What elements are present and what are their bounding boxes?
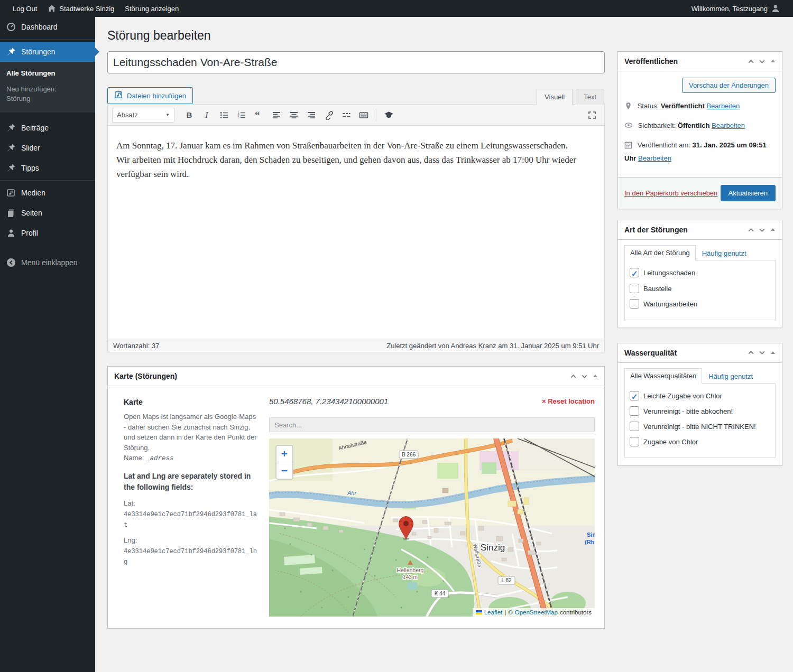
sidebar-item-dashboard[interactable]: Dashboard: [0, 17, 95, 37]
tab-all-stoerungsarten[interactable]: Alle Art der Störung: [624, 245, 696, 260]
tab-text-editor[interactable]: Text: [576, 89, 604, 105]
map-canvas[interactable]: Ahrtalstraße Ahr Sinzig Wallstraße Helle…: [269, 438, 595, 617]
taxonomy-item: Verunreinigt - bitte abkochen!: [630, 406, 770, 417]
page-title: Störung bearbeiten: [107, 29, 782, 43]
stoerungsart-postbox: Art der Störungen Alle Art der Störung H…: [617, 220, 782, 328]
reset-location-link[interactable]: × Reset location: [542, 397, 595, 405]
align-left-button[interactable]: [269, 108, 284, 123]
sidebar-item-tipps[interactable]: Tipps: [0, 158, 95, 178]
editor-toolbar: Absatz ▼ B I 123 “: [108, 105, 604, 126]
sidebar-item-stoerungen[interactable]: Störungen: [0, 42, 95, 62]
sidebar-item-label: Slider: [21, 144, 40, 152]
add-media-button[interactable]: Dateien hinzufügen: [107, 87, 193, 104]
toggle-panel-icon[interactable]: [770, 59, 776, 64]
sidebar-item-label: Medien: [21, 189, 45, 197]
move-down-icon[interactable]: [759, 59, 765, 64]
word-count-value: 37: [152, 342, 159, 350]
numbered-list-button[interactable]: 123: [234, 108, 250, 123]
move-up-icon[interactable]: [570, 374, 576, 379]
site-link[interactable]: Stadtwerke Sinzig: [42, 0, 119, 17]
move-down-icon[interactable]: [582, 374, 587, 379]
sidebar-item-seiten[interactable]: Seiten: [0, 203, 95, 223]
tab-haeufig-genutzt[interactable]: Häufig genutzt: [696, 246, 753, 260]
edit-published-date-link[interactable]: Bearbeiten: [638, 154, 671, 162]
toolbar-toggle-button[interactable]: [356, 108, 372, 123]
content-paragraph: Wir arbeiten mit Hochdruck daran, den Sc…: [116, 153, 596, 181]
toggle-panel-icon[interactable]: [593, 374, 598, 379]
paragraph-format-select[interactable]: Absatz ▼: [112, 108, 174, 123]
checkbox-wartungsarbeiten[interactable]: [630, 299, 639, 309]
tab-visual-editor[interactable]: Visuell: [537, 89, 573, 105]
align-center-button[interactable]: [286, 108, 302, 123]
view-post-link[interactable]: Störung anzeigen: [119, 0, 184, 17]
editor-content-area[interactable]: Am Sonntag, 17. Januar kam es im Rahmen …: [108, 126, 604, 339]
edit-visibility-link[interactable]: Bearbeiten: [712, 122, 745, 129]
map-description: Open Maps ist langsamer als Google-Maps …: [124, 413, 257, 452]
map-label-sinzig: Sinzig: [481, 543, 505, 553]
blockquote-button[interactable]: “: [251, 108, 267, 123]
word-count-label: Wortanzahl:: [113, 342, 150, 350]
fullscreen-button[interactable]: [584, 108, 600, 123]
zoom-out-button[interactable]: −: [276, 462, 292, 479]
visibility-value: Öffentlich: [678, 122, 710, 129]
pushpin-icon: [6, 163, 16, 173]
move-up-icon[interactable]: [748, 59, 754, 64]
sidebar-item-slider[interactable]: Slider: [0, 138, 95, 158]
bullet-list-button[interactable]: [216, 108, 232, 123]
lng-label: Lng:: [124, 536, 137, 544]
read-more-button[interactable]: [338, 108, 354, 123]
taxonomy-item: Leitungsschaden: [630, 268, 770, 278]
graduation-cap-button[interactable]: [381, 108, 396, 123]
paragraph-select-value: Absatz: [117, 111, 138, 119]
move-down-icon[interactable]: [759, 350, 765, 356]
sidebar-item-beitraege[interactable]: Beiträge: [0, 118, 95, 138]
stoerungsart-panel-title: Art der Störungen: [624, 226, 688, 234]
move-up-icon[interactable]: [748, 350, 754, 356]
sidebar-item-profil[interactable]: Profil: [0, 223, 95, 243]
wasserqualitaet-panel-title: Wasserqualität: [624, 349, 677, 357]
taxonomy-item: Leichte Zugabe von Chlor: [630, 391, 770, 402]
account-link[interactable]: Willkommen, Testzugang: [686, 0, 786, 17]
zoom-in-button[interactable]: +: [276, 446, 292, 462]
bold-button[interactable]: B: [181, 108, 197, 123]
align-right-button[interactable]: [303, 108, 319, 123]
checkbox-zugabe-von-chlor[interactable]: [630, 437, 639, 446]
chevron-down-icon: ▼: [165, 113, 170, 117]
ukraine-flag-icon: [476, 610, 482, 614]
link-button[interactable]: [321, 108, 337, 123]
taxonomy-item: Baustelle: [630, 284, 770, 294]
checkbox-verunreinigt-nicht-trinken[interactable]: [630, 422, 639, 431]
collapse-menu-button[interactable]: Menü einklappen: [0, 253, 95, 273]
tab-haeufig-genutzt[interactable]: Häufig genutzt: [702, 369, 759, 384]
toggle-panel-icon[interactable]: [770, 227, 776, 232]
post-title-input[interactable]: [107, 51, 605, 73]
edit-status-link[interactable]: Bearbeiten: [706, 102, 740, 110]
lat-label: Lat:: [124, 499, 135, 507]
sidebar-item-medien[interactable]: Medien: [0, 183, 95, 203]
move-to-trash-link[interactable]: In den Papierkorb verschieben: [624, 189, 717, 197]
submenu-alle-stoerungen[interactable]: Alle Störungen: [0, 66, 95, 81]
update-button[interactable]: Aktualisieren: [721, 185, 776, 201]
move-down-icon[interactable]: [759, 227, 765, 233]
toggle-panel-icon[interactable]: [770, 350, 776, 356]
checkbox-baustelle[interactable]: [630, 284, 639, 293]
latlng-note: Lat and Lng are separately stored in the…: [124, 471, 260, 493]
italic-button[interactable]: I: [199, 108, 215, 123]
checkbox-leitungsschaden[interactable]: [630, 268, 639, 277]
name-field-value: _adress: [146, 455, 174, 462]
submenu-neu-hinzufuegen[interactable]: Neu hinzufügen: Störung: [0, 81, 69, 107]
pages-icon: [6, 208, 16, 218]
osm-link[interactable]: OpenStreetMap: [515, 609, 558, 615]
map-search-input[interactable]: [269, 417, 595, 432]
user-avatar-icon: [771, 4, 780, 13]
tab-alle-wasserqualitaeten[interactable]: Alle Wasserqualitäten: [624, 368, 702, 384]
leaflet-link[interactable]: Leaflet: [484, 609, 503, 615]
visibility-label: Sichtbarkeit:: [638, 122, 676, 129]
taxonomy-item: Verunreinigt - bitte NICHT TRINKEN!: [630, 422, 770, 432]
preview-changes-button[interactable]: Vorschau der Änderungen: [682, 78, 776, 93]
logout-link[interactable]: Log Out: [7, 0, 42, 17]
move-up-icon[interactable]: [748, 227, 754, 233]
checkbox-verunreinigt-abkochen[interactable]: [630, 406, 639, 416]
taxonomy-item: Wartungsarbeiten: [630, 299, 770, 310]
checkbox-leichte-zugabe-chlor[interactable]: [630, 391, 639, 400]
